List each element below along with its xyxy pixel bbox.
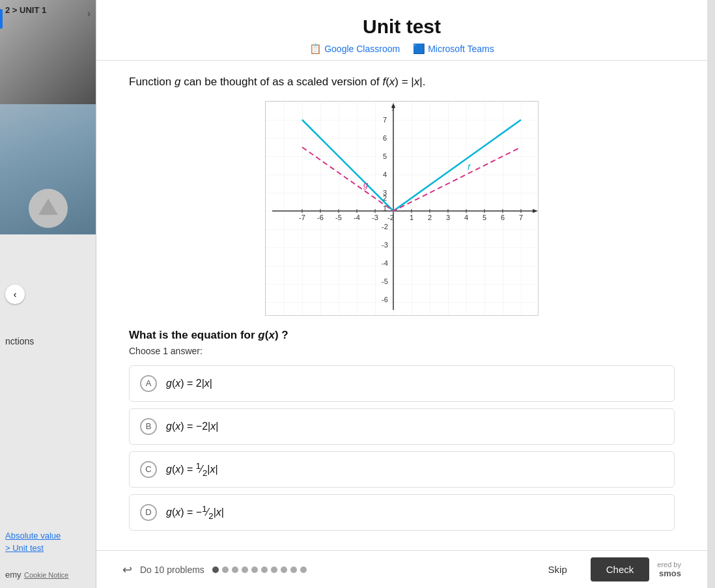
svg-text:-4: -4	[382, 259, 388, 267]
svg-text:6: 6	[383, 134, 387, 142]
choose-label: Choose 1 answer:	[129, 346, 675, 356]
svg-text:-5: -5	[335, 214, 342, 221]
problem-description: Function g can be thought of as a scaled…	[129, 74, 675, 91]
answer-option-b[interactable]: B g(x) = −2|x|	[129, 408, 675, 445]
footer-do-text: Do 10 problems	[140, 565, 204, 575]
sidebar-image	[0, 104, 96, 234]
sidebar-emy: emy	[5, 570, 21, 580]
main-content: Unit test 📋 Google Classroom 🟦 Microsoft…	[96, 0, 707, 588]
svg-text:4: 4	[464, 214, 468, 221]
sidebar: 2 > UNIT 1 › nctions ‹ Absolute value > …	[0, 0, 96, 588]
brand-name: smos	[659, 568, 681, 578]
collapse-sidebar-button[interactable]: ‹	[5, 285, 25, 304]
sidebar-bottom: Absolute value > Unit test emy Cookie No…	[0, 523, 96, 588]
dot-2	[222, 567, 229, 573]
svg-text:-7: -7	[299, 214, 305, 221]
coordinate-graph: -7 -6 -5 -4 -3 -2 1 2 3 4 5 6 7 x 7 6 5 …	[265, 101, 539, 316]
svg-text:-6: -6	[382, 296, 388, 303]
answer-text-a: g(x) = 2|x|	[166, 378, 212, 389]
dot-1	[212, 567, 219, 573]
page-title: Unit test	[122, 16, 681, 38]
svg-text:3: 3	[446, 214, 450, 221]
answer-text-d: g(x) = −1⁄2|x|	[166, 504, 224, 521]
share-links: 📋 Google Classroom 🟦 Microsoft Teams	[122, 43, 681, 55]
page-header: Unit test 📋 Google Classroom 🟦 Microsoft…	[96, 0, 707, 61]
dot-5	[251, 567, 258, 573]
microsoft-icon: 🟦	[413, 43, 425, 55]
answer-text-b: g(x) = −2|x|	[166, 421, 218, 432]
sidebar-header: 2 > UNIT 1 ›	[0, 0, 96, 104]
svg-text:x: x	[538, 207, 539, 215]
answer-circle-d: D	[140, 504, 157, 521]
answer-option-a[interactable]: A g(x) = 2|x|	[129, 365, 675, 402]
powered-by-text: ered by	[657, 561, 681, 568]
svg-marker-0	[38, 199, 58, 215]
svg-text:-3: -3	[382, 241, 388, 249]
undo-icon[interactable]: ↩	[122, 563, 132, 577]
svg-text:g: g	[363, 180, 369, 189]
answer-option-d[interactable]: D g(x) = −1⁄2|x|	[129, 494, 675, 531]
problem-body: Function g can be thought of as a scaled…	[96, 61, 707, 550]
dot-3	[232, 567, 238, 573]
svg-text:2: 2	[428, 214, 432, 221]
svg-text:5: 5	[383, 152, 387, 160]
dot-8	[281, 567, 287, 573]
answer-circle-a: A	[140, 375, 157, 392]
section-label: nctions	[5, 336, 34, 346]
chevron-right-icon[interactable]: ›	[87, 8, 91, 20]
svg-rect-1	[266, 102, 539, 316]
graph-container: -7 -6 -5 -4 -3 -2 1 2 3 4 5 6 7 x 7 6 5 …	[129, 101, 675, 316]
dot-9	[290, 567, 297, 573]
dot-7	[271, 567, 277, 573]
brand-area: ered by smos	[657, 561, 681, 578]
svg-text:-6: -6	[317, 214, 324, 221]
footer-left: ↩ Do 10 problems	[122, 563, 307, 577]
question-label: What is the equation for g(x) ?	[129, 329, 675, 342]
microsoft-teams-link[interactable]: 🟦 Microsoft Teams	[413, 43, 494, 55]
svg-text:-3: -3	[372, 214, 378, 221]
svg-text:y: y	[391, 103, 395, 111]
page-footer: ↩ Do 10 problems Skip Check ered by smos	[96, 550, 707, 588]
svg-text:7: 7	[519, 214, 523, 221]
scrollbar[interactable]	[707, 0, 715, 588]
svg-text:5: 5	[483, 214, 486, 221]
dot-4	[242, 567, 248, 573]
absolute-value-link[interactable]: Absolute value	[5, 531, 91, 540]
unit-label: 2 > UNIT 1	[5, 5, 46, 15]
svg-text:-4: -4	[354, 214, 360, 221]
svg-text:-2: -2	[382, 223, 388, 231]
footer-right: Skip Check ered by smos	[533, 557, 681, 581]
answer-circle-b: B	[140, 418, 157, 435]
answer-circle-c: C	[140, 461, 157, 478]
svg-text:-2: -2	[387, 214, 394, 221]
answer-option-c[interactable]: C g(x) = 1⁄2|x|	[129, 451, 675, 488]
dot-10	[300, 567, 307, 573]
svg-text:4: 4	[383, 171, 387, 178]
svg-text:-5: -5	[382, 277, 388, 285]
progress-dots	[212, 567, 307, 573]
skip-button[interactable]: Skip	[533, 557, 583, 581]
svg-text:6: 6	[501, 214, 505, 221]
dot-6	[261, 567, 268, 573]
check-button[interactable]: Check	[591, 557, 650, 581]
sidebar-icon	[29, 189, 68, 228]
svg-text:7: 7	[383, 116, 387, 124]
svg-text:1: 1	[410, 214, 414, 221]
answer-text-c: g(x) = 1⁄2|x|	[166, 461, 218, 478]
unit-test-link[interactable]: > Unit test	[5, 543, 91, 553]
cookie-notice-link[interactable]: Cookie Notice	[24, 571, 68, 579]
google-classroom-link[interactable]: 📋 Google Classroom	[309, 43, 400, 55]
google-icon: 📋	[309, 43, 322, 55]
